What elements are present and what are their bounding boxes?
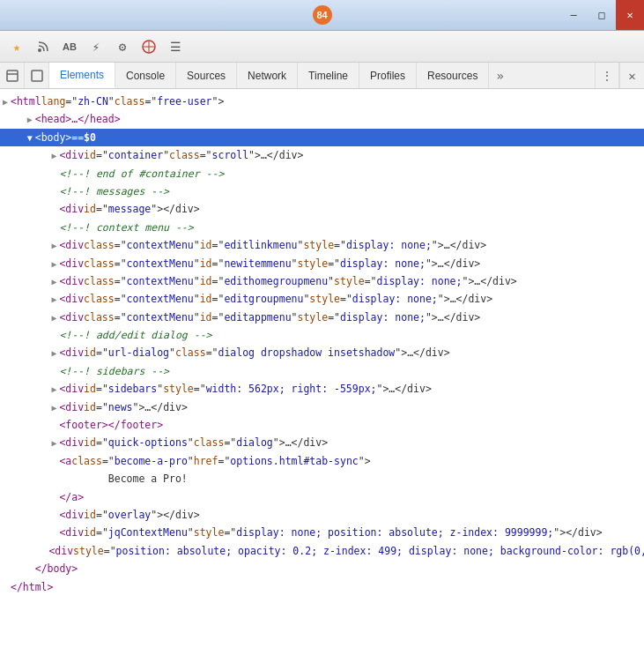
rss-icon[interactable] [32, 35, 55, 58]
expander-icon[interactable]: ▶ [48, 311, 59, 325]
svg-rect-2 [7, 71, 18, 81]
dom-line[interactable]: ▶<div class="contextMenu" id="editgroupm… [0, 290, 644, 308]
maximize-button[interactable]: □ [588, 0, 616, 30]
star-icon[interactable]: ★ [5, 35, 28, 58]
expander-icon[interactable]: ▶ [48, 293, 59, 307]
expander-icon[interactable]: ▶ [25, 113, 35, 127]
tab-console[interactable]: Console [115, 63, 176, 88]
dom-line[interactable]: ▼<body> == $0 [0, 129, 644, 146]
dom-line[interactable]: ▶<div id="container" class="scroll">…</d… [0, 146, 644, 164]
minimize-button[interactable]: – [559, 0, 588, 30]
tab-elements[interactable]: Elements [49, 63, 115, 88]
dom-line[interactable]: ▶<div class="contextMenu" id="edithomegr… [0, 272, 644, 290]
expander-icon[interactable]: ▶ [48, 149, 59, 163]
expander-icon[interactable]: ▶ [48, 401, 59, 415]
dom-line[interactable]: <!--! add/edit dialog --> [0, 326, 644, 344]
close-devtools-button[interactable]: ✕ [619, 63, 644, 88]
dom-line[interactable]: <div id="overlay"></div> [0, 506, 644, 524]
dom-line[interactable]: ▶<div id="sidebars" style="width: 562px;… [0, 380, 644, 398]
expander-icon[interactable]: ▼ [25, 131, 35, 145]
svg-rect-4 [32, 71, 42, 81]
tab-resources[interactable]: Resources [417, 63, 489, 88]
close-button[interactable]: ✕ [616, 0, 644, 30]
expander-icon[interactable]: ▶ [48, 346, 59, 361]
notification-badge: 84 [313, 5, 332, 25]
font-icon[interactable]: AB [58, 35, 81, 58]
expander-icon[interactable]: ▶ [0, 95, 11, 109]
window-titlebar: 84 – □ ✕ [0, 0, 644, 31]
dom-line[interactable]: ▶<html lang="zh-CN" class="free-user"> [0, 93, 644, 110]
dom-line[interactable]: <div style="position: absolute; opacity:… [0, 542, 644, 560]
dom-line[interactable]: <footer></footer> [0, 416, 644, 434]
dom-line[interactable]: Become a Pro! [0, 470, 644, 488]
tab-profiles[interactable]: Profiles [359, 63, 417, 88]
tab-sources[interactable]: Sources [176, 63, 237, 88]
window-controls: – □ ✕ [559, 0, 644, 30]
dom-line[interactable]: <a class="become-a-pro" href="options.ht… [0, 452, 644, 470]
dom-line[interactable]: </body> [0, 560, 644, 577]
dom-line[interactable]: ▶<div id="url-dialog" class="dialog drop… [0, 344, 644, 361]
dom-inspector[interactable]: ▶<html lang="zh-CN" class="free-user"> ▶… [0, 89, 644, 655]
dom-line[interactable]: ▶<div class="contextMenu" id="editappmen… [0, 309, 644, 326]
dom-line[interactable]: ▶<head>…</head> [0, 110, 644, 128]
dom-line[interactable]: <div id="jqContextMenu" style="display: … [0, 524, 644, 541]
dom-line[interactable]: <!--! end of #container --> [0, 165, 644, 182]
dom-line[interactable]: <!--! sidebars --> [0, 362, 644, 380]
dom-line[interactable]: </a> [0, 488, 644, 506]
svg-point-0 [38, 48, 41, 52]
app-icon[interactable] [137, 35, 160, 58]
devtools-tabbar: Elements Console Sources Network Timelin… [0, 63, 644, 89]
expander-icon[interactable]: ▶ [48, 383, 59, 397]
tab-network[interactable]: Network [237, 63, 298, 88]
dom-line[interactable]: </html> [0, 578, 644, 596]
menu-icon[interactable]: ☰ [164, 35, 187, 58]
tab-timeline[interactable]: Timeline [298, 63, 359, 88]
browser-toolbar: ★ AB ⚡ ⚙ ☰ [0, 31, 644, 63]
dom-line[interactable]: ▶<div class="contextMenu" id="newitemmen… [0, 255, 644, 272]
tab-list: Elements Console Sources Network Timelin… [49, 63, 595, 88]
dom-line[interactable]: ▶<div id="news">…</div> [0, 398, 644, 416]
expander-icon[interactable]: ▶ [48, 436, 59, 450]
dom-line[interactable]: ▶<div class="contextMenu" id="editlinkme… [0, 236, 644, 254]
inspect-icon[interactable] [25, 63, 49, 88]
gear-icon[interactable]: ⚙ [111, 35, 134, 58]
expander-icon[interactable]: ▶ [48, 257, 59, 272]
expander-icon[interactable]: ▶ [48, 239, 59, 253]
dock-icon[interactable] [0, 63, 25, 88]
more-options-button[interactable]: ⋮ [595, 63, 619, 88]
dom-line[interactable]: ▶<div id="quick-options" class="dialog">… [0, 434, 644, 451]
lightning-icon[interactable]: ⚡ [85, 35, 107, 58]
dom-line[interactable]: <!--! messages --> [0, 182, 644, 200]
devtools-panel: ▶<html lang="zh-CN" class="free-user"> ▶… [0, 89, 644, 655]
dom-line[interactable]: <div id="message"></div> [0, 200, 644, 218]
tab-overflow-button[interactable]: » [489, 63, 510, 88]
dom-line[interactable]: <!--! context menu --> [0, 219, 644, 236]
expander-icon[interactable]: ▶ [48, 275, 59, 289]
